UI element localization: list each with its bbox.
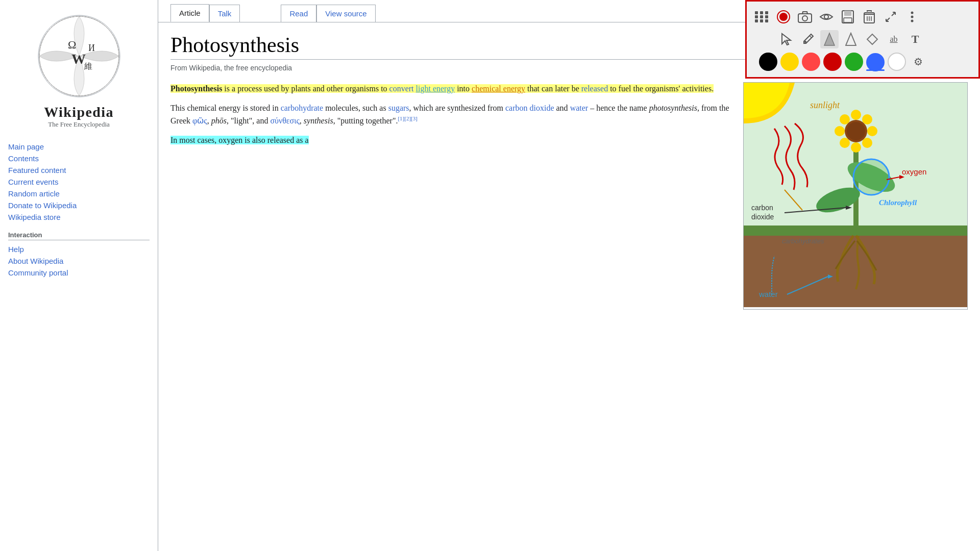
svg-marker-62 <box>824 33 835 45</box>
link-convert[interactable]: convert <box>389 84 414 93</box>
link-water[interactable]: water <box>570 104 589 112</box>
svg-point-59 <box>911 20 914 22</box>
logo-subtitle: The Free Encyclopedia <box>48 120 110 129</box>
main-content: Article Talk Read View source 👤 Not logg… <box>158 0 980 551</box>
svg-text:sunlight: sunlight <box>810 100 840 110</box>
svg-line-54 <box>892 12 895 16</box>
color-red-dark[interactable] <box>823 53 842 71</box>
interaction-section-title: Interaction <box>8 231 150 240</box>
diamond-icon[interactable] <box>863 30 881 48</box>
svg-marker-64 <box>867 34 877 44</box>
svg-point-39 <box>779 13 788 21</box>
toolbar-row-2: ab T <box>753 30 972 48</box>
tab-view-source[interactable]: View source <box>316 5 375 22</box>
link-light-energy[interactable]: light energy <box>416 84 455 93</box>
link-sugars[interactable]: sugars <box>388 104 409 112</box>
more-icon[interactable] <box>903 8 921 26</box>
sidebar-item-main-page[interactable]: Main page <box>8 141 150 153</box>
svg-text:Chlorophyll: Chlorophyll <box>879 198 917 207</box>
grid-icon[interactable] <box>753 8 771 26</box>
svg-point-27 <box>847 122 865 140</box>
text-photosynthesis-italic: photosynthesis <box>649 104 697 112</box>
trash-icon[interactable] <box>860 8 878 26</box>
svg-point-24 <box>835 126 845 136</box>
svg-point-16 <box>853 159 889 195</box>
paragraph-1: Photosynthesis is a process used by plan… <box>170 82 731 95</box>
text-p2-d: and <box>554 104 570 112</box>
tab-article[interactable]: Article <box>170 4 209 22</box>
link-carbohydrate[interactable]: carbohydrate <box>281 104 324 112</box>
highlighter-icon[interactable] <box>820 30 839 48</box>
text-p1-d: that can later be <box>525 84 581 93</box>
sidebar-item-random[interactable]: Random article <box>8 188 150 199</box>
text-p1-b <box>414 84 416 93</box>
color-green[interactable] <box>845 53 863 71</box>
color-black[interactable] <box>759 53 777 71</box>
svg-point-20 <box>867 126 877 136</box>
text-ab-icon[interactable]: ab <box>885 30 903 48</box>
pen-icon[interactable] <box>799 30 817 48</box>
text-p2-a: This chemical energy is stored in <box>170 104 281 112</box>
sidebar-item-donate[interactable]: Donate to Wikipedia <box>8 199 150 211</box>
color-row: ⚙ <box>753 53 972 71</box>
sidebar-item-about[interactable]: About Wikipedia <box>8 255 150 267</box>
svg-point-58 <box>911 16 914 18</box>
text-p1-a: is a process used by plants and other or… <box>222 84 389 93</box>
minimize-icon[interactable] <box>881 8 900 26</box>
save-icon[interactable] <box>839 8 857 26</box>
svg-rect-44 <box>844 11 851 16</box>
link-greek-phos[interactable]: φῶς <box>192 117 207 126</box>
text-photosynthesis-bold: Photosynthesis <box>170 84 222 93</box>
content-area: Photosynthesis From Wikipedia, the free … <box>158 22 980 551</box>
tab-read[interactable]: Read <box>281 5 316 22</box>
color-yellow[interactable] <box>780 53 799 71</box>
paragraph-2: This chemical energy is stored in carboh… <box>170 102 731 128</box>
text-synthesis-italic: synthesis <box>304 117 333 126</box>
svg-text:oxygen: oxygen <box>902 167 926 176</box>
color-white[interactable] <box>888 53 906 71</box>
ref-2[interactable]: [2] <box>404 115 411 121</box>
eye-icon[interactable] <box>817 8 836 26</box>
camera-icon[interactable] <box>796 8 814 26</box>
link-greek-synthesis[interactable]: σύνθεσις <box>270 117 299 126</box>
sidebar-item-featured[interactable]: Featured content <box>8 164 150 176</box>
text-t-icon[interactable]: T <box>906 30 924 48</box>
text-phos-italic: phōs <box>211 117 227 126</box>
text-p3-teal: In most cases, oxygen is also released a… <box>170 136 309 144</box>
tabs-container: Article Talk Read View source <box>170 4 376 22</box>
text-p2-b: molecules, such as <box>323 104 388 112</box>
svg-point-42 <box>824 15 828 19</box>
text-p2-i: , <box>300 117 304 126</box>
text-p1-c: into <box>455 84 472 93</box>
sidebar-item-store[interactable]: Wikipedia store <box>8 211 150 223</box>
svg-text:water: water <box>758 290 778 298</box>
svg-text:И: И <box>88 43 95 53</box>
color-red-light[interactable] <box>802 53 820 71</box>
interaction-nav: Help About Wikipedia Community portal <box>8 243 150 279</box>
eraser-icon[interactable] <box>842 30 860 48</box>
logo-area: Ω W И 維 Wikipedia The Free Encyclopedia <box>8 10 150 129</box>
link-chemical-energy[interactable]: chemical energy <box>472 84 525 93</box>
content-body: Photosynthesis is a process used by plan… <box>170 82 968 310</box>
text-p2-j: , "putting together". <box>333 117 398 126</box>
sidebar-item-help[interactable]: Help <box>8 243 150 255</box>
link-carbon-dioxide[interactable]: carbon dioxide <box>505 104 554 112</box>
ref-3[interactable]: [3] <box>411 115 418 121</box>
svg-point-61 <box>804 41 806 43</box>
sidebar-item-contents[interactable]: Contents <box>8 153 150 164</box>
record-button[interactable] <box>774 8 793 26</box>
ref-1[interactable]: [1] <box>398 115 404 121</box>
color-blue[interactable] <box>866 53 885 71</box>
gear-icon[interactable]: ⚙ <box>909 53 927 71</box>
toolbar-row-1 <box>753 8 972 26</box>
svg-marker-63 <box>846 33 856 45</box>
link-released[interactable]: released <box>581 84 608 93</box>
cursor-icon[interactable] <box>777 30 796 48</box>
sidebar-item-community[interactable]: Community portal <box>8 267 150 279</box>
sidebar-item-current-events[interactable]: Current events <box>8 176 150 188</box>
svg-rect-45 <box>844 18 852 22</box>
wikipedia-logo: Ω W И 維 <box>33 10 125 102</box>
svg-point-41 <box>802 16 807 21</box>
svg-text:carbon: carbon <box>751 204 773 212</box>
tab-talk[interactable]: Talk <box>209 5 240 22</box>
